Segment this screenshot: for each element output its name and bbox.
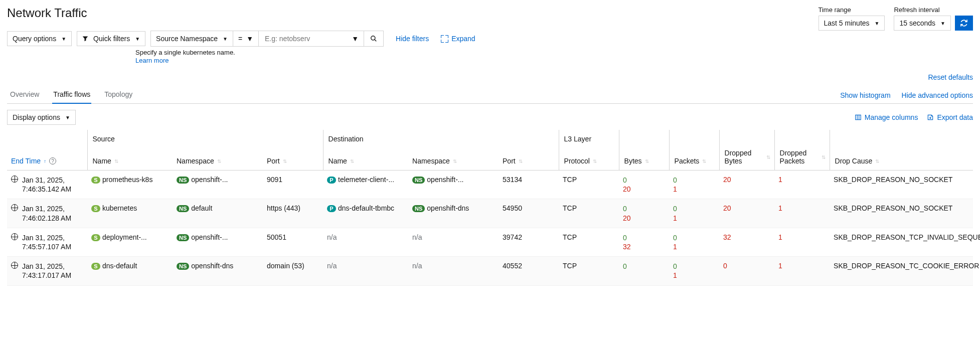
time-range-value: Last 5 minutes	[824, 19, 870, 27]
src-name[interactable]: kubernetes	[102, 204, 137, 212]
packets-sent: 0	[673, 262, 715, 271]
sort-asc-icon: ↑	[44, 158, 46, 164]
filter-value-input-wrapper[interactable]: ▼	[259, 31, 364, 47]
quick-filters-dropdown[interactable]: Quick filters ▼	[77, 31, 145, 46]
col-dst-port[interactable]: Port⇅	[499, 144, 559, 170]
src-namespace[interactable]: default	[191, 204, 212, 212]
refresh-icon	[960, 19, 968, 27]
col-src-namespace[interactable]: Namespace⇅	[173, 144, 263, 170]
caret-down-icon: ▼	[223, 36, 228, 42]
dst-name[interactable]: dns-default-tbmbc	[338, 204, 394, 212]
col-drop-cause[interactable]: Drop Cause⇅	[830, 144, 973, 170]
col-packets[interactable]: Packets⇅	[669, 144, 719, 170]
query-options-dropdown[interactable]: Query options ▼	[7, 31, 72, 46]
svg-line-1	[375, 40, 377, 42]
drop-cause: SKB_DROP_REASON_NO_SOCKET	[830, 170, 973, 199]
caret-down-icon: ▼	[61, 36, 66, 42]
dropped-bytes: 20	[723, 176, 731, 184]
refresh-interval-value: 15 seconds	[899, 19, 935, 27]
display-options-dropdown[interactable]: Display options ▼	[7, 110, 76, 125]
row-date: Jan 31, 2025,	[22, 262, 71, 271]
filter-helper-text: Specify a single kubernetes name.	[135, 49, 973, 56]
time-range-dropdown[interactable]: Last 5 minutes ▼	[819, 16, 885, 31]
packets-dropped: 1	[673, 242, 715, 251]
sort-icon: ⇅	[519, 158, 523, 164]
table-row[interactable]: Jan 31, 2025,7:45:57.107 AM Sdeployment-…	[7, 228, 973, 256]
dst-port: 40552	[499, 257, 559, 285]
col-protocol[interactable]: Protocol⇅	[559, 144, 619, 170]
export-data-link[interactable]: Export data	[927, 113, 973, 121]
filter-value-input[interactable]	[264, 34, 352, 43]
filter-field-dropdown[interactable]: Source Namespace ▼	[150, 31, 233, 47]
row-date: Jan 31, 2025,	[22, 176, 71, 185]
time-range-label: Time range	[819, 6, 885, 14]
reset-defaults-link[interactable]: Reset defaults	[928, 73, 973, 81]
col-end-time[interactable]: End Time ↑ ?	[7, 144, 87, 170]
table-row[interactable]: Jan 31, 2025,7:43:17.017 AM Sdns-default…	[7, 257, 973, 285]
tab-overview[interactable]: Overview	[9, 86, 40, 103]
dst-namespace[interactable]: openshift-...	[427, 176, 463, 184]
help-icon[interactable]: ?	[49, 157, 56, 164]
col-dst-namespace[interactable]: Namespace⇅	[408, 144, 499, 170]
dst-namespace[interactable]: openshift-dns	[427, 204, 469, 212]
bytes-sent: 0	[623, 176, 665, 185]
sort-icon: ⇅	[114, 158, 118, 164]
filter-operator-dropdown[interactable]: = ▼	[233, 31, 259, 47]
src-namespace[interactable]: openshift-...	[191, 233, 228, 241]
table-row[interactable]: Jan 31, 2025,7:46:02.128 AM Skubernetes …	[7, 199, 973, 228]
dst-namespace: n/a	[412, 262, 422, 270]
expand-link[interactable]: Expand	[441, 35, 475, 43]
pod-badge-icon: P	[327, 205, 336, 212]
col-bytes[interactable]: Bytes⇅	[619, 144, 669, 170]
row-time: 7:43:17.017 AM	[22, 271, 71, 280]
protocol: TCP	[559, 170, 619, 199]
hide-advanced-options-link[interactable]: Hide advanced options	[902, 91, 973, 99]
namespace-badge-icon: NS	[177, 263, 189, 270]
src-namespace[interactable]: openshift-dns	[191, 262, 233, 270]
svg-rect-2	[856, 115, 861, 119]
table-row[interactable]: Jan 31, 2025,7:46:35.142 AM Sprometheus-…	[7, 170, 973, 199]
row-date: Jan 31, 2025,	[22, 233, 71, 242]
col-src-port[interactable]: Port⇅	[263, 144, 323, 170]
globe-icon	[11, 176, 18, 183]
manage-columns-link[interactable]: Manage columns	[855, 113, 918, 121]
dst-namespace: n/a	[412, 233, 422, 241]
filter-icon	[82, 36, 88, 42]
service-badge-icon: S	[91, 234, 100, 241]
src-name[interactable]: dns-default	[102, 262, 137, 270]
col-group-source: Source	[87, 130, 323, 144]
packets-dropped: 1	[673, 214, 715, 223]
src-namespace[interactable]: openshift-...	[191, 176, 228, 184]
bytes-dropped: 20	[623, 214, 665, 223]
src-name[interactable]: prometheus-k8s	[102, 176, 152, 184]
dst-port: 39742	[499, 228, 559, 256]
dropped-packets: 1	[778, 233, 782, 241]
dst-name[interactable]: telemeter-client-...	[338, 176, 394, 184]
dst-name: n/a	[327, 262, 337, 270]
page-title: Network Traffic	[7, 6, 87, 20]
src-name[interactable]: deployment-...	[102, 233, 147, 241]
dst-port: 54950	[499, 199, 559, 228]
sort-icon: ⇅	[350, 158, 354, 164]
sort-icon: ⇅	[875, 158, 879, 164]
tab-topology[interactable]: Topology	[103, 86, 133, 103]
refresh-interval-dropdown[interactable]: 15 seconds ▼	[894, 16, 951, 31]
src-port: 50051	[263, 228, 323, 256]
col-dropped-packets[interactable]: Dropped Packets⇅	[774, 144, 830, 170]
col-group-l3: L3 Layer	[559, 130, 619, 144]
display-options-label: Display options	[13, 113, 60, 121]
namespace-badge-icon: NS	[177, 234, 189, 241]
col-dropped-bytes[interactable]: Dropped Bytes⇅	[719, 144, 774, 170]
hide-filters-link[interactable]: Hide filters	[396, 35, 429, 43]
show-histogram-link[interactable]: Show histogram	[840, 91, 890, 99]
globe-icon	[11, 233, 18, 240]
learn-more-link[interactable]: Learn more	[135, 57, 169, 64]
tab-traffic-flows[interactable]: Traffic flows	[52, 86, 91, 103]
caret-down-icon: ▼	[940, 21, 945, 26]
col-dst-name[interactable]: Name⇅	[323, 144, 408, 170]
refresh-button[interactable]	[955, 16, 973, 31]
filter-search-button[interactable]	[364, 31, 384, 47]
protocol: TCP	[559, 257, 619, 285]
col-src-name[interactable]: Name⇅	[87, 144, 173, 170]
sort-icon: ⇅	[645, 158, 649, 164]
